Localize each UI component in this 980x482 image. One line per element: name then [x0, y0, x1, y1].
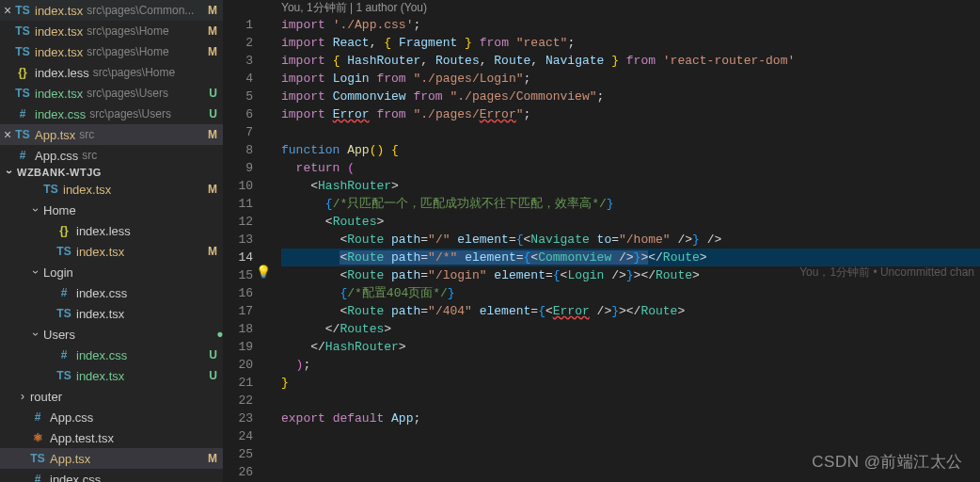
code-line[interactable]: export default App; — [281, 410, 980, 427]
code-line[interactable]: import Commonview from "./pages/Commonvi… — [281, 88, 980, 105]
tree-file-item[interactable]: TSindex.tsxM — [0, 179, 223, 200]
tree-file-item[interactable]: TSindex.tsx — [0, 303, 223, 324]
line-number: 11 — [223, 195, 253, 213]
line-number: 9 — [223, 159, 253, 177]
app-root: ×TSindex.tsxsrc\pages\Common...M×TSindex… — [0, 0, 980, 482]
code-line[interactable]: <Route path="/" element={<Navigate to="/… — [281, 231, 980, 249]
file-icon: {} — [15, 65, 30, 80]
line-number: 14 — [223, 249, 253, 266]
file-name: index.less — [35, 66, 89, 80]
editor-pane: You, 1分钟前 | 1 author (You) 1234567891011… — [223, 0, 980, 482]
tree-file-item[interactable]: ⚛App.test.tsx — [0, 427, 223, 448]
tree-file-item[interactable]: TSApp.tsxM — [0, 448, 223, 469]
tree-file-item[interactable]: #index.css — [0, 282, 223, 303]
git-status-badge: M — [208, 183, 217, 196]
line-number: 16 — [223, 284, 253, 302]
codelens[interactable]: You, 1分钟前 | 1 author (You) — [223, 0, 980, 16]
line-number: 20 — [223, 356, 253, 374]
file-name: App.css — [50, 410, 93, 425]
tree-file-item[interactable]: TSindex.tsxM — [0, 241, 223, 262]
line-number-gutter: 1234567891011121314151617181920212223242… — [223, 16, 270, 482]
file-path: src\pages\Home — [87, 24, 168, 38]
file-name: index.less — [76, 224, 131, 238]
git-status-badge: M — [208, 24, 217, 38]
open-editor-item[interactable]: ×#index.csssrc\pages\UsersU — [0, 104, 223, 124]
folder-row[interactable]: ›Login — [0, 262, 223, 282]
line-number: 25 — [223, 445, 253, 463]
git-status-badge: M — [208, 128, 217, 141]
code-line[interactable]: import Error from "./pages/Error"; — [281, 105, 980, 123]
close-icon[interactable]: × — [0, 3, 15, 18]
file-icon: # — [15, 106, 30, 121]
code-line[interactable] — [281, 427, 980, 445]
code-line[interactable]: import Login from "./pages/Login"; — [281, 70, 980, 88]
code-line[interactable]: <HashRouter> — [281, 177, 980, 195]
code-line[interactable]: <Route path="/404" element={<Error />}><… — [281, 302, 980, 320]
open-editor-item[interactable]: ×TSindex.tsxsrc\pages\UsersU — [0, 83, 223, 104]
line-number: 12 — [223, 213, 253, 231]
line-number: 22 — [223, 392, 253, 410]
watermark: CSDN @前端江太公 — [812, 451, 963, 473]
file-icon: TS — [15, 44, 30, 59]
open-editor-item[interactable]: ×TSindex.tsxsrc\pages\HomeM — [0, 41, 223, 62]
file-name: index.tsx — [76, 307, 124, 321]
git-status-badge: U — [209, 87, 217, 100]
code-line[interactable]: import { HashRouter, Routes, Route, Navi… — [281, 52, 980, 70]
chevron-icon: › — [15, 390, 30, 403]
code-line[interactable]: </Routes> — [281, 320, 980, 338]
line-number: 13 — [223, 231, 253, 249]
line-number: 23 — [223, 410, 253, 427]
line-number: 24 — [223, 427, 253, 445]
file-name: App.tsx — [35, 128, 75, 142]
file-icon: TS — [30, 451, 45, 466]
code-line[interactable] — [281, 392, 980, 410]
file-name: index.tsx — [63, 183, 111, 197]
tree-file-item[interactable]: TSindex.tsxU — [0, 365, 223, 386]
tree-file-item[interactable]: #App.css — [0, 407, 223, 427]
file-name: index.css — [50, 473, 101, 483]
file-icon: TS — [56, 306, 71, 321]
lightbulb-icon[interactable]: 💡 — [256, 265, 269, 280]
code-lines[interactable]: import './App.css';import React, { Fragm… — [270, 16, 980, 482]
open-editor-item[interactable]: ×TSindex.tsxsrc\pages\HomeM — [0, 21, 223, 41]
open-editor-item[interactable]: ×TSindex.tsxsrc\pages\Common...M — [0, 0, 223, 21]
file-icon: TS — [15, 3, 30, 18]
folder-name: Login — [43, 265, 73, 280]
project-section-header[interactable]: › WZBANK-WTJG — [0, 166, 223, 179]
folder-row[interactable]: ›Users• — [0, 324, 223, 345]
folder-row[interactable]: ›router — [0, 386, 223, 407]
code-line[interactable]: import './App.css'; — [281, 16, 980, 34]
file-tree: TSindex.tsxM›Home{}index.lessTSindex.tsx… — [0, 179, 223, 482]
code-line[interactable]: return ( — [281, 159, 980, 177]
folder-row[interactable]: ›Home — [0, 200, 223, 220]
code-line[interactable] — [281, 123, 980, 141]
line-number: 21 — [223, 374, 253, 392]
open-editor-item[interactable]: ×#App.csssrc — [0, 145, 223, 166]
code-area[interactable]: 1234567891011121314151617181920212223242… — [223, 16, 980, 482]
open-editor-item[interactable]: ×{}index.lesssrc\pages\Home — [0, 62, 223, 83]
file-icon: # — [56, 285, 71, 300]
code-line[interactable]: </HashRouter> — [281, 338, 980, 356]
file-name: index.tsx — [76, 369, 124, 383]
file-name: index.tsx — [35, 45, 83, 59]
code-line[interactable]: {/*只匹配一个，匹配成功就不往下匹配，效率高*/} — [281, 195, 980, 213]
file-path: src\pages\Home — [93, 66, 175, 79]
file-path: src\pages\Common... — [87, 4, 194, 17]
file-name: App.tsx — [50, 452, 90, 466]
open-editors-list: ×TSindex.tsxsrc\pages\Common...M×TSindex… — [0, 0, 223, 166]
code-line[interactable]: import React, { Fragment } from "react"; — [281, 34, 980, 52]
file-path: src\pages\Home — [87, 45, 168, 58]
tree-file-item[interactable]: {}index.less — [0, 220, 223, 241]
code-line[interactable]: ); — [281, 356, 980, 374]
code-line[interactable]: } — [281, 374, 980, 392]
code-line[interactable]: <Routes> — [281, 213, 980, 231]
close-icon[interactable]: × — [0, 127, 15, 142]
tree-file-item[interactable]: #index.css — [0, 469, 223, 482]
git-status-badge: M — [208, 245, 217, 258]
tree-file-item[interactable]: #index.cssU — [0, 345, 223, 365]
code-line[interactable]: {/*配置404页面*/} — [281, 284, 980, 302]
open-editor-item[interactable]: ×TSApp.tsxsrcM — [0, 124, 223, 145]
folder-name: Users — [43, 328, 75, 342]
file-icon: # — [30, 410, 45, 425]
code-line[interactable]: function App() { — [281, 141, 980, 159]
